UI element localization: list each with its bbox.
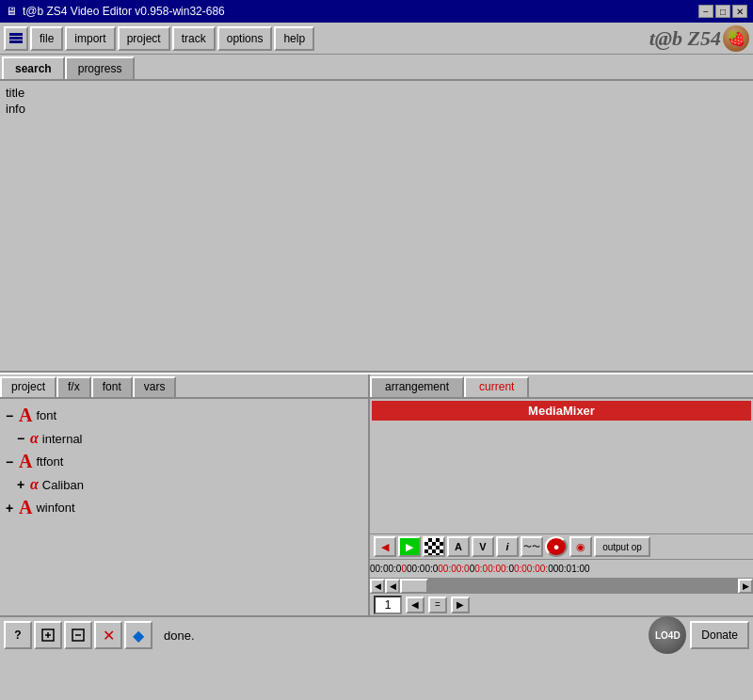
record-button[interactable]: ● [545,536,568,557]
scroll-left2-btn[interactable]: ◀ [385,579,400,594]
wave-button[interactable]: 〜〜 [521,536,543,557]
minimize-button[interactable]: − [698,5,713,18]
pos-eq-button[interactable]: = [428,597,447,613]
scroll-track[interactable] [400,579,738,594]
play-button[interactable]: ▶ [398,536,421,557]
font-name-4: Caliban [42,478,84,492]
transport-bar: ◀ ▶ A V i 〜〜 ● ◉ output op [370,533,753,559]
scroll-left-btn[interactable]: ◀ [370,579,385,594]
lo4d-logo: LO4D Donate [649,616,749,654]
font-name-3: ftfont [36,454,63,469]
font-item-caliban[interactable]: + α Caliban [17,474,362,495]
fx-tab[interactable]: f/x [56,376,91,397]
import-button[interactable] [34,621,62,649]
search-tab[interactable]: search [2,56,65,79]
position-display: 1 [374,596,402,614]
font-icon-large-2: A [19,451,32,472]
font-icon-large-3: A [19,497,32,518]
time-10: 0 [585,564,590,574]
font-item-ftfont[interactable]: − A ftfont [6,449,362,474]
svg-rect-0 [9,33,23,36]
bottom-toolbar: ? ✕ ◆ done. LO4D Donate [0,615,753,653]
diamond-button[interactable]: ◆ [124,621,152,649]
scroll-right-btn[interactable]: ▶ [738,579,753,594]
scroll-thumb[interactable] [400,579,428,594]
window-title: t@b ZS4 Video Editor v0.958-win32-686 [23,5,225,18]
title-bar-controls[interactable]: − □ ✕ [698,5,747,18]
font-name-5: winfont [36,501,74,515]
menu-bar: file import project track options help t… [0,23,753,55]
progress-tab[interactable]: progress [65,56,136,79]
v-button[interactable]: V [472,536,494,557]
time-2: 00:00:0 [407,564,438,574]
font-sign-4: + [17,477,28,492]
timeline-bar: 00:00:0 0 00:00:0 00:00:0 0 0:00:00: 0 0… [370,559,753,578]
right-content-area [370,422,753,533]
left-panel: project f/x font vars − A font − α inter… [0,374,370,615]
pos-prev-button[interactable]: ◀ [406,597,425,613]
info-item: info [6,101,747,117]
project-menu[interactable]: project [118,26,170,51]
record2-button[interactable]: ◉ [569,536,592,557]
project-tab[interactable]: project [0,376,56,397]
checker-button[interactable] [423,536,445,557]
tabs-bar: search progress [0,55,753,81]
current-tab[interactable]: current [464,376,529,397]
logo-area: t@b Z54 🍓 [649,25,749,52]
font-name-2: internal [42,432,83,446]
donate-button[interactable]: Donate [690,621,749,649]
font-item-winfont[interactable]: + A winfont [6,495,362,520]
maximize-button[interactable]: □ [715,5,730,18]
time-9: 00:01:0 [553,564,585,574]
app-icon: 🖥 [6,5,17,18]
title-item: title [6,85,747,101]
font-icon-large-1: A [19,405,32,426]
logo-text: t@b Z54 [649,26,721,51]
font-sign-2: − [17,431,28,446]
right-tabs: arrangement current [370,374,753,399]
stop-button[interactable]: ✕ [94,621,122,649]
lo4d-circle: LO4D [649,616,686,654]
font-tab[interactable]: font [91,376,133,397]
logo-avatar1: 🍓 [723,25,749,52]
svg-rect-2 [9,40,23,43]
track-menu[interactable]: track [172,26,216,51]
output-op-button[interactable]: output op [594,536,650,557]
import-menu[interactable]: import [65,26,115,51]
font-list: − A font − α internal − A ftfont + α Cal… [0,399,368,615]
rewind-button[interactable]: ◀ [374,536,396,557]
title-bar: 🖥 t@b ZS4 Video Editor v0.958-win32-686 … [0,0,753,23]
position-bar: 1 ◀ = ▶ [370,593,753,615]
arrangement-tab[interactable]: arrangement [370,376,464,397]
pos-next-button[interactable]: ▶ [451,597,470,613]
left-tabs: project f/x font vars [0,374,368,399]
font-icon-small-2: α [30,476,39,493]
bottom-panel: project f/x font vars − A font − α inter… [0,373,753,615]
media-mixer-label: MediaMixer [372,401,751,421]
close-button[interactable]: ✕ [732,5,747,18]
time-5: 0:00:00: [474,564,508,574]
status-text: done. [154,628,647,643]
options-menu[interactable]: options [217,26,273,51]
app-menu-icon[interactable] [4,26,28,51]
time-3: 00:00:0 [438,564,469,574]
export-button[interactable] [64,621,92,649]
font-item-internal[interactable]: − α internal [17,428,362,449]
font-item-font[interactable]: − A font [6,403,362,428]
main-content: title info [0,81,753,373]
title-bar-left: 🖥 t@b ZS4 Video Editor v0.958-win32-686 [6,5,225,18]
vars-tab[interactable]: vars [133,376,177,397]
help-button[interactable]: ? [4,621,32,649]
time-0: 00:00:0 [370,564,401,574]
svg-rect-1 [9,37,23,40]
a-button[interactable]: A [447,536,470,557]
help-menu[interactable]: help [274,26,314,51]
file-menu[interactable]: file [30,26,63,51]
font-sign-3: − [6,454,17,469]
font-icon-small-1: α [30,430,39,447]
font-sign-5: + [6,501,17,516]
info-button[interactable]: i [496,536,519,557]
font-sign-1: − [6,408,17,423]
right-panel: arrangement current MediaMixer ◀ ▶ A V i… [370,374,753,615]
scroll-bar: ◀ ◀ ▶ [370,578,753,593]
